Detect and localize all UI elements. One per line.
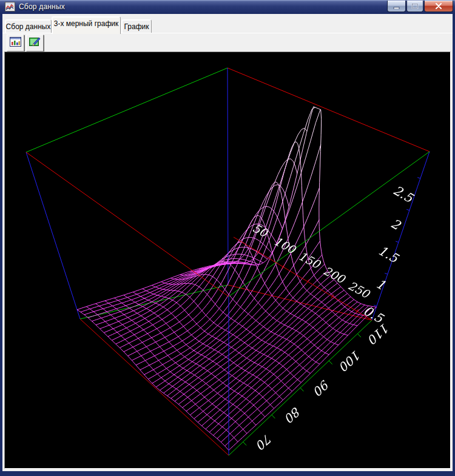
app-window: Сбор данных Сбор данных 3-х мерный графи… bbox=[0, 0, 455, 476]
surface-plot-canvas[interactable] bbox=[5, 52, 450, 468]
tab-page-3d-graph bbox=[2, 33, 453, 471]
edit-image-icon bbox=[29, 37, 41, 49]
window-controls bbox=[387, 1, 453, 12]
tab-data-collection[interactable]: Сбор данных bbox=[5, 19, 52, 33]
client-area: Сбор данных 3-х мерный график График bbox=[2, 14, 453, 471]
tab-graph[interactable]: График bbox=[121, 19, 152, 33]
chart-button[interactable] bbox=[7, 35, 24, 52]
plot-frame bbox=[4, 52, 451, 469]
app-icon bbox=[5, 2, 15, 12]
edit-image-button[interactable] bbox=[26, 35, 44, 52]
tab-3d-graph[interactable]: 3-х мерный график bbox=[52, 16, 121, 34]
window-title: Сбор данных bbox=[19, 2, 65, 11]
bar-chart-icon bbox=[10, 37, 21, 49]
titlebar[interactable]: Сбор данных bbox=[0, 0, 455, 14]
close-button[interactable] bbox=[424, 1, 453, 12]
maximize-button[interactable] bbox=[406, 1, 423, 12]
minimize-button[interactable] bbox=[387, 1, 406, 12]
toolbar bbox=[7, 35, 44, 51]
